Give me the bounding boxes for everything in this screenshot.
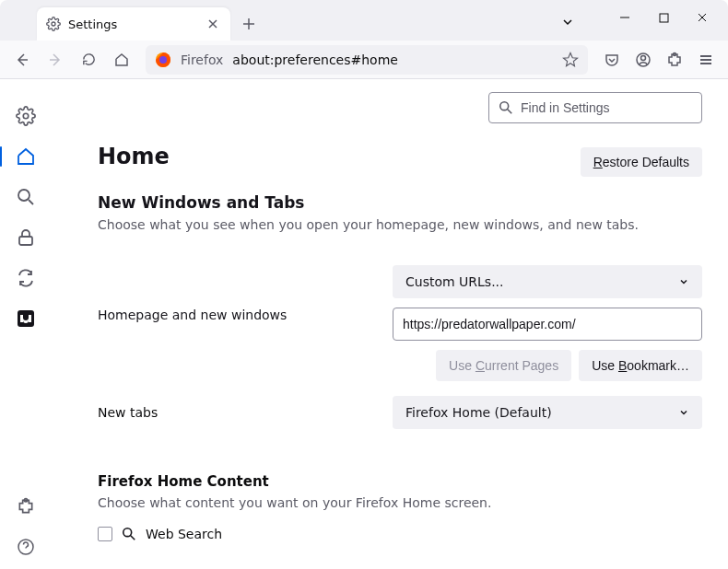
home-content-subtitle: Choose what content you want on your Fir… — [98, 495, 702, 510]
svg-point-14 — [123, 528, 132, 537]
web-search-row[interactable]: Web Search — [98, 527, 702, 541]
url-value: about:preferences#home — [232, 52, 398, 67]
svg-point-0 — [52, 22, 55, 26]
svg-rect-10 — [18, 310, 34, 327]
sidebar-item-privacy[interactable] — [7, 219, 44, 256]
svg-point-13 — [500, 102, 509, 110]
svg-rect-1 — [660, 14, 668, 22]
maximize-button[interactable] — [645, 4, 682, 31]
sidebar-item-help[interactable] — [7, 528, 44, 565]
window-controls — [606, 4, 721, 31]
homepage-label: Homepage and new windows — [98, 265, 356, 322]
use-current-pages-button[interactable]: Use Current Pages — [436, 350, 571, 381]
homepage-url-input[interactable] — [393, 308, 702, 341]
gear-icon — [46, 17, 61, 31]
tabs-dropdown-icon[interactable] — [555, 9, 581, 35]
tab-title: Settings — [68, 17, 117, 31]
chevron-down-icon — [678, 276, 689, 287]
sidebar-item-sync[interactable] — [7, 260, 44, 296]
search-icon — [499, 100, 513, 115]
forward-button[interactable] — [41, 45, 70, 75]
main-panel: Home Restore Defaults New Windows and Ta… — [52, 79, 728, 569]
menu-icon[interactable] — [691, 45, 721, 75]
find-settings[interactable] — [488, 92, 702, 123]
sidebar — [0, 79, 52, 569]
use-bookmark-button[interactable]: Use Bookmark… — [579, 350, 702, 381]
new-tab-button[interactable] — [236, 11, 262, 37]
bookmark-star-icon[interactable] — [562, 52, 579, 68]
sidebar-item-search[interactable] — [7, 179, 44, 215]
sidebar-item-more[interactable] — [7, 300, 44, 337]
url-brand: Firefox — [181, 52, 223, 67]
pocket-icon[interactable] — [597, 45, 627, 75]
extensions-icon[interactable] — [660, 45, 689, 75]
svg-point-8 — [18, 190, 29, 201]
sidebar-item-extensions[interactable] — [7, 488, 44, 525]
section-subtitle-new-windows: Choose what you see when you open your h… — [98, 217, 702, 232]
back-button[interactable] — [7, 45, 37, 75]
close-icon[interactable] — [205, 16, 221, 32]
firefox-logo-icon — [155, 52, 171, 68]
restore-defaults-button[interactable]: Restore Defaults — [581, 147, 702, 177]
newtabs-label: New tabs — [98, 405, 356, 420]
toolbar: Firefox about:preferences#home — [0, 41, 728, 79]
home-content-title: Firefox Home Content — [98, 473, 702, 490]
sidebar-item-general[interactable] — [7, 98, 44, 134]
content: Home Restore Defaults New Windows and Ta… — [0, 79, 728, 569]
find-input[interactable] — [521, 100, 692, 115]
close-button[interactable] — [684, 4, 721, 31]
svg-rect-9 — [19, 237, 32, 245]
minimize-button[interactable] — [606, 4, 643, 31]
tab-strip: Settings — [0, 0, 728, 41]
home-button[interactable] — [107, 45, 136, 75]
homepage-select[interactable]: Custom URLs... — [393, 265, 702, 298]
homepage-select-value: Custom URLs... — [405, 274, 504, 289]
svg-point-7 — [23, 113, 29, 119]
newtabs-select[interactable]: Firefox Home (Default) — [393, 396, 702, 429]
web-search-label: Web Search — [146, 527, 222, 541]
section-title-new-windows: New Windows and Tabs — [98, 193, 702, 212]
chevron-down-icon — [678, 407, 689, 418]
svg-point-3 — [159, 56, 167, 64]
reload-button[interactable] — [74, 45, 103, 75]
sidebar-item-home[interactable] — [7, 138, 44, 175]
web-search-checkbox[interactable] — [98, 527, 112, 541]
search-icon — [122, 527, 136, 541]
account-icon[interactable] — [628, 45, 658, 75]
tab-settings[interactable]: Settings — [37, 7, 230, 41]
url-bar[interactable]: Firefox about:preferences#home — [146, 45, 588, 75]
svg-point-5 — [641, 55, 646, 60]
newtabs-select-value: Firefox Home (Default) — [405, 405, 552, 420]
